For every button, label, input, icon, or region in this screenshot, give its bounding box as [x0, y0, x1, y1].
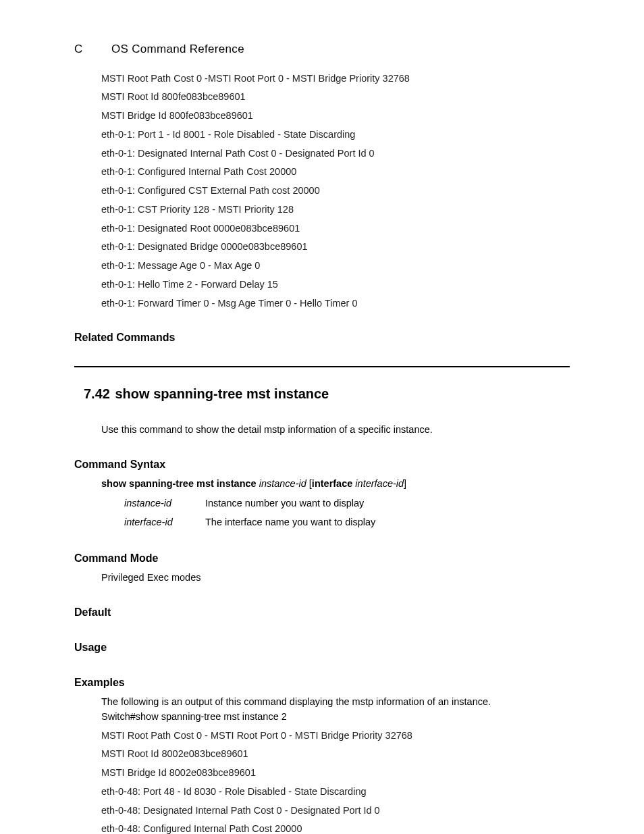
output-line: eth-0-1: Configured CST External Path co…: [101, 184, 570, 199]
examples-heading: Examples: [74, 675, 570, 691]
section-command-name: show spanning-tree mst instance: [115, 386, 329, 401]
parameter-table: instance-id Instance number you want to …: [124, 494, 375, 532]
param-name: instance-id: [124, 494, 205, 513]
output-line: eth-0-48: Configured Internal Path Cost …: [101, 822, 570, 834]
default-heading: Default: [74, 604, 570, 621]
output-line: eth-0-1: Configured Internal Path Cost 2…: [101, 165, 570, 180]
output-line: eth-0-48: Designated Internal Path Cost …: [101, 804, 570, 818]
output-line: eth-0-1: Port 1 - Id 8001 - Role Disable…: [101, 128, 570, 142]
usage-heading: Usage: [74, 640, 570, 656]
syntax-argument: interface-id: [355, 478, 404, 489]
output-line: eth-0-1: Designated Root 0000e083bce8960…: [101, 221, 570, 236]
section-number: 7.42: [84, 386, 110, 401]
page-header: C OS Command Reference: [74, 41, 570, 58]
command-description: Use this command to show the detail mstp…: [101, 423, 570, 438]
bracket-close: ]: [404, 478, 406, 489]
output-line: MSTI Bridge Id 800fe083bce89601: [101, 109, 570, 124]
output-line: MSTI Root Id 800fe083bce89601: [101, 90, 570, 105]
param-desc: The interface name you want to display: [205, 513, 375, 532]
output-line: eth-0-1: CST Priority 128 - MSTI Priorit…: [101, 203, 570, 217]
top-output-block: MSTI Root Path Cost 0 -MSTI Root Port 0 …: [101, 72, 570, 311]
output-line: eth-0-1: Designated Bridge 0000e083bce89…: [101, 240, 570, 255]
header-section-letter: C: [74, 41, 108, 58]
syntax-heading: Command Syntax: [74, 457, 570, 473]
output-line: eth-0-1: Hello Time 2 - Forward Delay 15: [101, 278, 570, 292]
output-line: MSTI Bridge Id 8002e083bce89601: [101, 766, 570, 781]
param-name: interface-id: [124, 513, 205, 532]
mode-heading: Command Mode: [74, 550, 570, 567]
header-doc-title: OS Command Reference: [111, 43, 244, 55]
param-desc: Instance number you want to display: [205, 494, 375, 513]
example-output-block: MSTI Root Path Cost 0 - MSTI Root Port 0…: [101, 729, 570, 835]
output-line: MSTI Root Path Cost 0 - MSTI Root Port 0…: [101, 729, 570, 744]
examples-intro: The following is an output of this comma…: [101, 695, 570, 710]
table-row: interface-id The interface name you want…: [124, 513, 375, 532]
output-line: eth-0-1: Forward Timer 0 - Msg Age Timer…: [101, 296, 570, 311]
output-line: MSTI Root Id 8002e083bce89601: [101, 747, 570, 762]
syntax-argument: instance-id: [259, 478, 306, 489]
command-section-title: 7.42 show spanning-tree mst instance: [84, 384, 570, 404]
syntax-keyword: show spanning-tree mst instance: [101, 478, 257, 489]
output-line: eth-0-48: Port 48 - Id 8030 - Role Disab…: [101, 785, 570, 800]
syntax-keyword: interface: [312, 478, 352, 489]
syntax-statement: show spanning-tree mst instance instance…: [101, 477, 570, 492]
output-line: eth-0-1: Message Age 0 - Max Age 0: [101, 259, 570, 273]
section-divider: [74, 366, 570, 367]
output-line: eth-0-1: Designated Internal Path Cost 0…: [101, 147, 570, 161]
table-row: instance-id Instance number you want to …: [124, 494, 375, 513]
example-command-line: Switch#show spanning-tree mst instance 2: [101, 710, 570, 725]
related-commands-heading: Related Commands: [74, 330, 570, 346]
output-line: MSTI Root Path Cost 0 -MSTI Root Port 0 …: [101, 72, 570, 86]
mode-text: Privileged Exec modes: [101, 571, 570, 585]
